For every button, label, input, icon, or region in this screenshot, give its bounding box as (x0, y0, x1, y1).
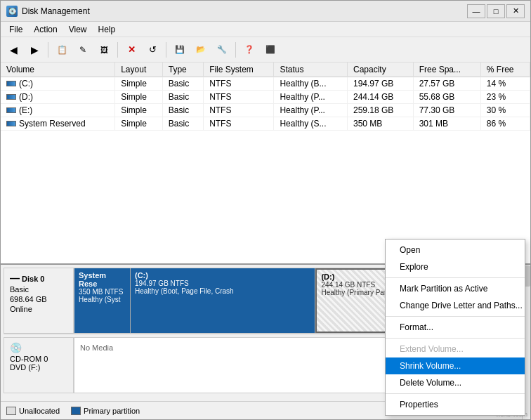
window-title: Disk Management (22, 6, 467, 16)
cell-filesystem: NTFS (204, 104, 274, 117)
ctx-item-change-letter[interactable]: Change Drive Letter and Paths... (386, 297, 525, 314)
disk-btn-2[interactable]: 📂 (191, 40, 211, 60)
unallocated-swatch (6, 407, 16, 415)
cell-capacity: 194.97 GB (348, 77, 414, 91)
cell-volume: (D:) (1, 91, 115, 104)
volume-table-area: Volume Layout Type File System Status Ca… (1, 63, 530, 265)
primary-label: Primary partition (84, 407, 140, 415)
cell-status: Healthy (B... (274, 77, 348, 91)
volume-table: Volume Layout Type File System Status Ca… (1, 63, 530, 131)
c-drive-size: 194.97 GB NTFS (135, 280, 310, 287)
col-status[interactable]: Status (274, 63, 348, 77)
ctx-separator (386, 316, 525, 317)
partition-system-reserved[interactable]: System Rese 350 MB NTFS Healthy (Syst (74, 268, 131, 333)
help-button[interactable]: ❓ (240, 40, 259, 60)
c-drive-name: (C:) (135, 271, 310, 280)
col-freepct[interactable]: % Free (480, 63, 530, 77)
disk-0-name: — Disk 0 (10, 273, 67, 284)
cell-capacity: 259.18 GB (348, 104, 414, 117)
back-button[interactable]: ◀ (4, 40, 23, 60)
cell-type: Basic (162, 104, 203, 117)
cell-freespace: 55.68 GB (413, 91, 480, 104)
refresh-button[interactable]: ↺ (143, 40, 162, 60)
app-icon: 💽 (6, 6, 18, 17)
ctx-item-open[interactable]: Open (386, 242, 525, 258)
menu-action[interactable]: Action (28, 23, 63, 36)
col-capacity[interactable]: Capacity (348, 63, 414, 77)
cell-freespace: 27.57 GB (413, 77, 480, 91)
cell-filesystem: NTFS (204, 77, 274, 91)
ctx-item-extend: Extend Volume... (386, 341, 525, 357)
maximize-button[interactable]: □ (487, 4, 505, 18)
toolbar: ◀ ▶ 📋 ✎ 🖼 ✕ ↺ 💾 📂 🔧 ❓ ⬛ (1, 37, 530, 63)
ctx-item-format[interactable]: Format... (386, 319, 525, 336)
edit-button[interactable]: ✎ (73, 40, 93, 60)
extra-btn[interactable]: ⬛ (261, 40, 280, 60)
disk-btn-1[interactable]: 💾 (170, 40, 190, 60)
cell-freepct: 14 % (480, 77, 530, 91)
cell-type: Basic (162, 77, 203, 91)
cell-volume: (C:) (1, 77, 115, 91)
partition-c[interactable]: (C:) 194.97 GB NTFS Healthy (Boot, Page … (131, 268, 315, 333)
ctx-item-shrink[interactable]: Shrink Volume... (386, 357, 525, 374)
cell-freepct: 30 % (480, 104, 530, 117)
sys-reserved-status: Healthy (Syst (79, 296, 126, 303)
cell-volume: System Reserved (1, 117, 115, 131)
settings-button[interactable]: 🔧 (212, 40, 232, 60)
cell-volume: (E:) (1, 104, 115, 117)
col-volume[interactable]: Volume (1, 63, 115, 77)
minimize-button[interactable]: — (467, 4, 485, 18)
disk-0-label: — Disk 0 Basic 698.64 GB Online (4, 268, 74, 334)
cell-layout: Simple (115, 117, 163, 131)
table-row[interactable]: (D:) Simple Basic NTFS Healthy (P... 244… (1, 91, 530, 104)
forward-button[interactable]: ▶ (25, 40, 44, 60)
toolbar-sep-1 (48, 42, 48, 58)
close-button[interactable]: ✕ (506, 4, 525, 18)
menu-help[interactable]: Help (93, 23, 122, 36)
menu-file[interactable]: File (4, 23, 28, 36)
sys-reserved-size: 350 MB NTFS (79, 288, 126, 296)
cell-capacity: 244.14 GB (348, 91, 414, 104)
delete-button[interactable]: ✕ (122, 40, 141, 60)
cdrom-label: 💿 CD-ROM 0 DVD (F:) (4, 337, 74, 393)
cell-freepct: 23 % (480, 91, 530, 104)
table-row[interactable]: (C:) Simple Basic NTFS Healthy (B... 194… (1, 77, 530, 91)
menu-view[interactable]: View (63, 23, 93, 36)
toolbar-sep-4 (235, 42, 236, 58)
col-freespace[interactable]: Free Spa... (413, 63, 480, 77)
cell-layout: Simple (115, 91, 163, 104)
ctx-item-explore[interactable]: Explore (386, 258, 525, 275)
legend-primary: Primary partition (71, 407, 140, 415)
legend-unallocated: Unallocated (6, 407, 60, 415)
cell-filesystem: NTFS (204, 117, 274, 131)
cdrom-name: CD-ROM 0 (10, 355, 67, 363)
cell-capacity: 350 MB (348, 117, 414, 131)
sys-reserved-name: System Rese (79, 271, 126, 288)
ctx-item-properties[interactable]: Properties (386, 396, 525, 413)
cdrom-type: DVD (F:) (10, 363, 67, 372)
title-bar: 💽 Disk Management — □ ✕ (1, 1, 530, 22)
cell-freespace: 301 MB (413, 117, 480, 131)
console-button[interactable]: 📋 (52, 40, 72, 60)
cell-filesystem: NTFS (204, 91, 274, 104)
table-row[interactable]: System Reserved Simple Basic NTFS Health… (1, 117, 530, 131)
cell-status: Healthy (P... (274, 91, 348, 104)
toolbar-sep-2 (117, 42, 118, 58)
ctx-separator (386, 277, 525, 278)
menu-bar: File Action View Help (1, 22, 530, 37)
cell-freepct: 86 % (480, 117, 530, 131)
cell-type: Basic (162, 117, 203, 131)
col-layout[interactable]: Layout (115, 63, 163, 77)
disk-0-size: 698.64 GB (10, 295, 67, 303)
window-controls: — □ ✕ (467, 4, 525, 18)
table-row[interactable]: (E:) Simple Basic NTFS Healthy (P... 259… (1, 104, 530, 117)
ctx-separator (386, 393, 525, 394)
ctx-item-mark-active[interactable]: Mark Partition as Active (386, 280, 525, 297)
ctx-item-delete[interactable]: Delete Volume... (386, 374, 525, 391)
col-type[interactable]: Type (162, 63, 203, 77)
context-menu: OpenExploreMark Partition as ActiveChang… (385, 239, 525, 416)
c-drive-status: Healthy (Boot, Page File, Crash (135, 287, 310, 295)
col-filesystem[interactable]: File System (204, 63, 274, 77)
snap-button[interactable]: 🖼 (94, 40, 114, 60)
cell-layout: Simple (115, 77, 163, 91)
